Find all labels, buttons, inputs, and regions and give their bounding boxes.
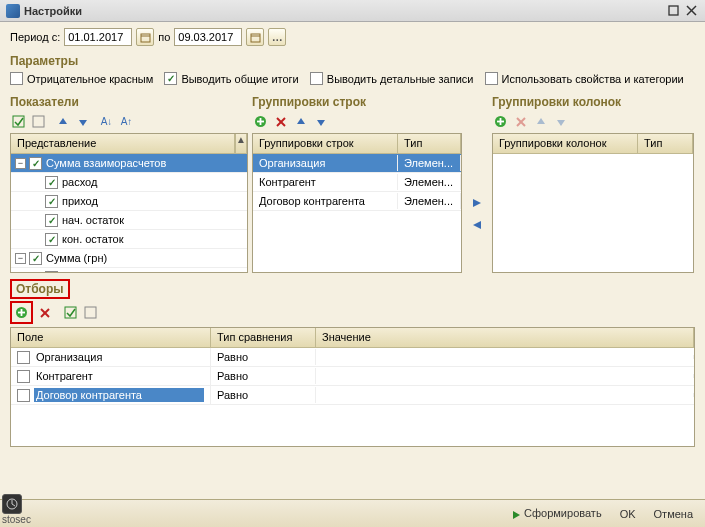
indicator-row[interactable]: ✓расход (11, 268, 247, 273)
row-checkbox[interactable]: ✓ (45, 176, 58, 189)
indicators-toolbar: A↓ A↑ (10, 113, 248, 130)
row-groups-col2: Тип (398, 134, 461, 153)
watermark-icon (2, 494, 22, 514)
indicator-row[interactable]: ✓приход (11, 192, 247, 211)
close-button[interactable] (683, 4, 699, 18)
indicator-row[interactable]: ✓нач. остаток (11, 211, 247, 230)
filter-value (316, 374, 694, 378)
period-picker-button[interactable]: … (268, 28, 286, 46)
filter-checkbox[interactable] (17, 389, 30, 402)
row-group-down-icon[interactable] (312, 113, 329, 130)
maximize-button[interactable] (665, 4, 681, 18)
date-from-input[interactable] (64, 28, 132, 46)
row-group-row[interactable]: Договор контрагентаЭлемен... (253, 192, 461, 211)
filter-check-all-icon[interactable] (62, 304, 79, 321)
row-checkbox[interactable]: ✓ (29, 252, 42, 265)
filters-toolbar (10, 301, 695, 324)
indicators-title: Показатели (10, 95, 248, 109)
row-group-up-icon[interactable] (292, 113, 309, 130)
row-checkbox[interactable]: ✓ (45, 214, 58, 227)
watermark: stosec (2, 494, 31, 525)
delete-row-group-icon[interactable] (272, 113, 289, 130)
row-groups-grid[interactable]: Группировки строк Тип ОрганизацияЭлемен.… (252, 133, 462, 273)
uncheck-all-icon[interactable] (30, 113, 47, 130)
delete-filter-icon[interactable] (36, 304, 53, 321)
calendar-from-icon[interactable] (136, 28, 154, 46)
titlebar: Настройки (0, 0, 705, 22)
indicator-label: Сумма взаиморасчетов (46, 157, 166, 169)
sort-desc-icon[interactable]: A↑ (118, 113, 135, 130)
filter-checkbox[interactable] (17, 370, 30, 383)
svg-rect-5 (251, 34, 260, 42)
row-group-name: Организация (253, 155, 398, 171)
indicators-grid[interactable]: Представление ▲ −✓Сумма взаиморасчетов✓р… (10, 133, 248, 273)
delete-col-group-icon[interactable] (512, 113, 529, 130)
filter-checkbox[interactable] (17, 351, 30, 364)
filters-title: Отборы (16, 282, 64, 296)
filters-col2: Тип сравнения (211, 328, 316, 347)
filters-col3: Значение (316, 328, 694, 347)
col-group-up-icon[interactable] (532, 113, 549, 130)
totals-checkbox[interactable]: ✓ (164, 72, 177, 85)
filter-compare: Равно (211, 387, 316, 403)
filter-uncheck-all-icon[interactable] (82, 304, 99, 321)
add-row-group-icon[interactable] (252, 113, 269, 130)
details-label: Выводить детальные записи (327, 73, 474, 85)
filter-value (316, 355, 694, 359)
filter-row[interactable]: КонтрагентРавно (11, 367, 694, 386)
calendar-to-icon[interactable] (246, 28, 264, 46)
svg-rect-3 (141, 34, 150, 42)
filter-row[interactable]: Договор контрагентаРавно (11, 386, 694, 405)
indicator-row[interactable]: ✓кон. остаток (11, 230, 247, 249)
svg-rect-8 (33, 116, 44, 127)
filters-grid[interactable]: Поле Тип сравнения Значение ОрганизацияР… (10, 327, 695, 447)
move-left-icon[interactable] (468, 216, 486, 234)
submit-label: Сформировать (524, 507, 602, 519)
filter-name: Договор контрагента (34, 388, 204, 402)
watermark-text: stosec (2, 514, 31, 525)
add-col-group-icon[interactable] (492, 113, 509, 130)
indicator-row[interactable]: −✓Сумма (грн) (11, 249, 247, 268)
col-groups-toolbar (492, 113, 694, 130)
add-filter-icon[interactable] (13, 304, 30, 321)
ok-button[interactable]: OK (616, 506, 640, 522)
expand-icon[interactable]: − (15, 158, 26, 169)
move-up-icon[interactable] (54, 113, 71, 130)
filter-compare: Равно (211, 349, 316, 365)
indicator-label: кон. остаток (62, 233, 124, 245)
col-groups-col2: Тип (638, 134, 693, 153)
indicator-label: расход (62, 176, 97, 188)
filter-row[interactable]: ОрганизацияРавно (11, 348, 694, 367)
col-groups-grid[interactable]: Группировки колонок Тип (492, 133, 694, 273)
row-checkbox[interactable]: ✓ (45, 271, 58, 274)
col-groups-col1: Группировки колонок (493, 134, 638, 153)
submit-button[interactable]: Сформировать (507, 505, 606, 521)
footer: stosec Сформировать OK Отмена (0, 499, 705, 527)
row-group-row[interactable]: КонтрагентЭлемен... (253, 173, 461, 192)
move-down-icon[interactable] (74, 113, 91, 130)
row-group-name: Договор контрагента (253, 193, 398, 209)
neg-red-checkbox[interactable] (10, 72, 23, 85)
svg-rect-25 (85, 307, 96, 318)
props-label: Использовать свойства и категории (502, 73, 684, 85)
filters-title-highlight: Отборы (10, 279, 70, 299)
filter-compare: Равно (211, 368, 316, 384)
date-to-input[interactable] (174, 28, 242, 46)
row-checkbox[interactable]: ✓ (45, 195, 58, 208)
move-right-icon[interactable] (468, 194, 486, 212)
expand-icon[interactable]: − (15, 253, 26, 264)
indicator-row[interactable]: −✓Сумма взаиморасчетов (11, 154, 247, 173)
neg-red-label: Отрицательное красным (27, 73, 153, 85)
details-checkbox[interactable] (310, 72, 323, 85)
col-group-down-icon[interactable] (552, 113, 569, 130)
row-checkbox[interactable]: ✓ (45, 233, 58, 246)
indicator-row[interactable]: ✓расход (11, 173, 247, 192)
cancel-button[interactable]: Отмена (650, 506, 697, 522)
svg-line-28 (12, 504, 15, 506)
row-checkbox[interactable]: ✓ (29, 157, 42, 170)
props-checkbox[interactable] (485, 72, 498, 85)
grid-scroll-up-icon[interactable]: ▲ (235, 134, 247, 153)
sort-asc-icon[interactable]: A↓ (98, 113, 115, 130)
row-group-row[interactable]: ОрганизацияЭлемен... (253, 154, 461, 173)
check-all-icon[interactable] (10, 113, 27, 130)
